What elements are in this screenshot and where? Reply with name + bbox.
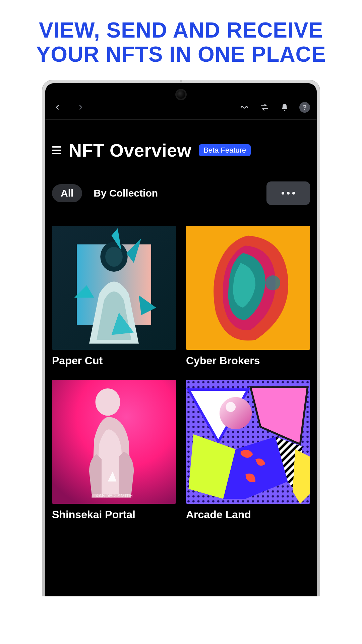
svg-marker-25 [293,449,310,504]
phone-side-button [319,308,320,345]
more-options-button[interactable] [266,181,310,205]
bell-icon[interactable] [279,102,290,113]
nft-thumbnail [186,226,310,350]
nft-card[interactable]: Cyber Brokers [186,226,310,367]
nft-title: Paper Cut [52,355,176,367]
svg-point-27 [226,402,236,412]
nft-thumbnail [186,380,310,504]
svg-point-26 [220,397,252,429]
phone-notch-indicator [180,80,182,83]
help-icon[interactable]: ? [299,102,310,113]
nft-thumbnail [52,226,176,350]
nft-title: Arcade Land [186,508,310,521]
filter-tab-by-collection[interactable]: By Collection [94,187,158,199]
svg-point-12 [96,388,120,416]
menu-icon[interactable] [52,146,61,154]
forward-icon[interactable] [75,102,86,113]
nft-thumbnail: XANDER SMITH [52,380,176,504]
nft-card[interactable]: Arcade Land [186,380,310,521]
phone-frame: ? NFT Overview Beta Feature All By Colle… [42,80,320,596]
svg-point-10 [265,275,280,290]
nft-card[interactable]: Paper Cut [52,226,176,367]
nft-title: Cyber Brokers [186,355,310,367]
nft-grid: Paper Cut Cyber Brokers [52,226,310,521]
hero-headline: VIEW, SEND AND RECEIVE YOUR NFTS IN ONE … [0,0,362,80]
svg-text:XANDER SMITH: XANDER SMITH [95,493,133,499]
page-header: NFT Overview Beta Feature [52,140,310,161]
swap-icon[interactable] [259,102,270,113]
back-icon[interactable] [52,102,63,113]
filter-tab-all[interactable]: All [52,184,82,202]
beta-badge: Beta Feature [199,144,251,156]
svg-point-3 [105,247,123,267]
top-nav-bar: ? [45,102,317,120]
waves-icon[interactable] [239,102,250,113]
nft-title: Shinsekai Portal [52,508,176,521]
page-title: NFT Overview [69,140,191,161]
nft-card[interactable]: XANDER SMITH Shinsekai Portal [52,380,176,521]
phone-camera [177,91,185,99]
phone-side-button [319,227,320,288]
